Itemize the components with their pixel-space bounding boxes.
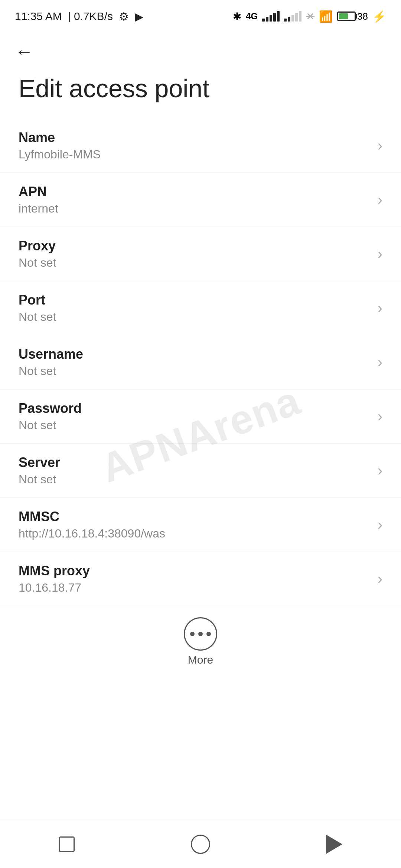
chevron-right-icon: › — [378, 354, 382, 371]
settings-item-value-8: 10.16.18.77 — [19, 581, 370, 595]
speed-display: | 0.7KB/s — [68, 10, 113, 23]
settings-item-value-0: Lyfmobile-MMS — [19, 148, 370, 161]
settings-item-proxy[interactable]: Proxy Not set › — [0, 227, 401, 281]
chevron-right-icon: › — [378, 571, 382, 587]
settings-item-label-6: Server — [19, 455, 370, 470]
settings-item-content: Name Lyfmobile-MMS — [19, 130, 370, 161]
status-left: 11:35 AM | 0.7KB/s ⚙ ▶ — [15, 10, 143, 23]
charging-icon: ⚡ — [372, 10, 386, 23]
settings-item-value-1: internet — [19, 202, 370, 216]
settings-item-value-2: Not set — [19, 256, 370, 270]
settings-item-mms-proxy[interactable]: MMS proxy 10.16.18.77 › — [0, 552, 401, 606]
settings-item-label-3: Port — [19, 292, 370, 308]
settings-item-value-6: Not set — [19, 473, 370, 486]
more-dot-3 — [206, 632, 211, 636]
page-title: Edit access point — [0, 66, 401, 119]
more-button-container: More — [0, 606, 401, 674]
back-arrow-icon: ← — [15, 41, 33, 62]
settings-item-server[interactable]: Server Not set › — [0, 444, 401, 498]
settings-item-content: MMSC http://10.16.18.4:38090/was — [19, 509, 370, 540]
status-right: ✱ 4G ✕ 📶 38 ⚡ — [233, 10, 386, 23]
settings-item-label-8: MMS proxy — [19, 563, 370, 579]
nav-back-button[interactable] — [316, 826, 353, 863]
recents-icon — [59, 836, 75, 852]
chevron-right-icon: › — [378, 462, 382, 479]
settings-item-value-7: http://10.16.18.4:38090/was — [19, 527, 370, 540]
chevron-right-icon: › — [378, 300, 382, 316]
settings-item-content: Username Not set — [19, 346, 370, 378]
settings-item-content: Port Not set — [19, 292, 370, 324]
chevron-right-icon: › — [378, 516, 382, 533]
settings-item-apn[interactable]: APN internet › — [0, 173, 401, 227]
signal-bars-1 — [262, 11, 280, 22]
settings-item-label-1: APN — [19, 184, 370, 200]
nav-recents-button[interactable] — [48, 826, 85, 863]
settings-item-content: Proxy Not set — [19, 238, 370, 270]
more-circle-icon — [184, 617, 217, 651]
chevron-right-icon: › — [378, 137, 382, 154]
chevron-right-icon: › — [378, 246, 382, 262]
video-icon: ▶ — [135, 10, 143, 23]
settings-item-label-0: Name — [19, 130, 370, 145]
home-icon — [191, 835, 210, 854]
battery-indicator: 38 — [337, 11, 368, 22]
settings-item-label-4: Username — [19, 346, 370, 362]
chevron-right-icon: › — [378, 408, 382, 425]
more-button[interactable]: More — [184, 617, 217, 666]
settings-item-label-2: Proxy — [19, 238, 370, 254]
nav-bar — [0, 820, 401, 868]
more-label: More — [188, 654, 213, 666]
settings-item-value-5: Not set — [19, 418, 370, 432]
nav-home-button[interactable] — [182, 826, 219, 863]
settings-item-label-5: Password — [19, 401, 370, 416]
more-dot-1 — [190, 632, 195, 636]
chevron-right-icon: › — [378, 191, 382, 208]
wifi-icon: 📶 — [319, 10, 333, 23]
bluetooth-icon: ✱ — [233, 10, 241, 23]
back-icon — [326, 835, 342, 854]
settings-item-content: MMS proxy 10.16.18.77 — [19, 563, 370, 595]
settings-item-content: APN internet — [19, 184, 370, 216]
settings-item-label-7: MMSC — [19, 509, 370, 525]
signal-bars-2 — [284, 11, 301, 22]
network-4g-icon: 4G — [246, 11, 258, 22]
back-button[interactable]: ← — [0, 30, 401, 66]
settings-item-port[interactable]: Port Not set › — [0, 281, 401, 335]
settings-icon: ⚙ — [119, 10, 129, 23]
settings-item-password[interactable]: Password Not set › — [0, 389, 401, 444]
settings-item-value-4: Not set — [19, 364, 370, 378]
settings-item-content: Password Not set — [19, 401, 370, 432]
settings-item-value-3: Not set — [19, 310, 370, 324]
status-bar: 11:35 AM | 0.7KB/s ⚙ ▶ ✱ 4G ✕ 📶 38 — [0, 0, 401, 30]
more-dot-2 — [198, 632, 203, 636]
settings-list: Name Lyfmobile-MMS › APN internet › Prox… — [0, 119, 401, 606]
settings-item-mmsc[interactable]: MMSC http://10.16.18.4:38090/was › — [0, 498, 401, 552]
time-display: 11:35 AM — [15, 10, 62, 23]
settings-item-username[interactable]: Username Not set › — [0, 335, 401, 389]
settings-item-content: Server Not set — [19, 455, 370, 486]
settings-item-name[interactable]: Name Lyfmobile-MMS › — [0, 119, 401, 173]
no-signal-icon: ✕ — [306, 10, 314, 23]
